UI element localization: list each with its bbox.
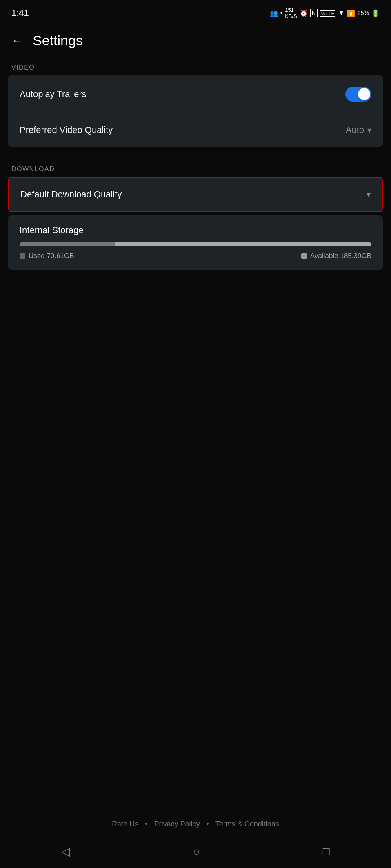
used-dot (20, 253, 25, 259)
video-quality-value: Auto (346, 125, 364, 135)
footer-separator-1: • (145, 820, 147, 828)
autoplay-label: Autoplay Trailers (20, 89, 87, 99)
wifi-icon: ▼ (338, 9, 344, 17)
storage-used-bar (20, 242, 115, 246)
footer-separator-2: • (207, 820, 209, 828)
header: ← Settings (0, 24, 391, 57)
video-settings-card: Autoplay Trailers Preferred Video Qualit… (8, 75, 383, 147)
download-quality-label: Default Download Quality (20, 189, 122, 200)
autoplay-row: Autoplay Trailers (8, 75, 383, 113)
storage-used-label: Used 70.61GB (29, 252, 74, 260)
status-icons: 👥 • 151KB/S ⏰ N VoLTE ▼ 📶 25% 🔋 (270, 7, 380, 19)
volte-icon: VoLTE (320, 9, 335, 17)
toggle-track (345, 87, 371, 102)
status-time: 1:41 (11, 8, 29, 18)
page-title: Settings (33, 33, 83, 49)
toggle-thumb (358, 88, 370, 100)
nfc-icon: N (310, 9, 318, 17)
alarm-icon: ⏰ (300, 9, 308, 17)
rate-us-link[interactable]: Rate Us (112, 820, 138, 828)
storage-available-label: Available 185.39GB (310, 252, 371, 260)
terms-link[interactable]: Terms & Conditions (215, 820, 279, 828)
main-spacer (0, 270, 391, 810)
chevron-down-icon: ▾ (367, 125, 371, 135)
back-nav-icon[interactable]: ◁ (61, 845, 70, 858)
footer: Rate Us • Privacy Policy • Terms & Condi… (0, 810, 391, 838)
video-quality-label: Preferred Video Quality (20, 125, 113, 135)
download-quality-card[interactable]: Default Download Quality ▾ (8, 177, 383, 212)
storage-bar (20, 242, 371, 246)
signal-icon: 📶 (347, 9, 355, 17)
dot-icon: • (280, 9, 283, 17)
battery-text: 25% (358, 10, 369, 16)
storage-used-legend: Used 70.61GB (20, 252, 74, 260)
available-dot (301, 253, 307, 259)
video-quality-dropdown[interactable]: Auto ▾ (346, 125, 371, 135)
storage-legend: Used 70.61GB Available 185.39GB (20, 252, 371, 260)
storage-available-bar (115, 242, 371, 246)
download-section-label: DOWNLOAD (0, 158, 391, 177)
section-spacer-1 (0, 147, 391, 158)
home-nav-icon[interactable]: ○ (193, 845, 200, 858)
nav-bar: ◁ ○ □ (0, 838, 391, 868)
download-quality-row[interactable]: Default Download Quality ▾ (9, 178, 382, 211)
status-bar: 1:41 👥 • 151KB/S ⏰ N VoLTE ▼ 📶 25% 🔋 (0, 0, 391, 24)
battery-icon: 🔋 (371, 9, 380, 17)
storage-label: Internal Storage (20, 225, 371, 236)
chevron-down-icon: ▾ (367, 190, 371, 199)
storage-section: Internal Storage Used 70.61GB Available … (8, 215, 383, 270)
back-button[interactable]: ← (11, 34, 23, 47)
data-speed: 151KB/S (285, 7, 297, 19)
recents-nav-icon[interactable]: □ (323, 845, 330, 858)
storage-available-legend: Available 185.39GB (301, 252, 371, 260)
video-section-label: VIDEO (0, 57, 391, 75)
video-quality-row[interactable]: Preferred Video Quality Auto ▾ (8, 113, 383, 147)
teams-icon: 👥 (270, 9, 278, 17)
privacy-policy-link[interactable]: Privacy Policy (154, 820, 200, 828)
autoplay-toggle[interactable] (345, 87, 371, 102)
